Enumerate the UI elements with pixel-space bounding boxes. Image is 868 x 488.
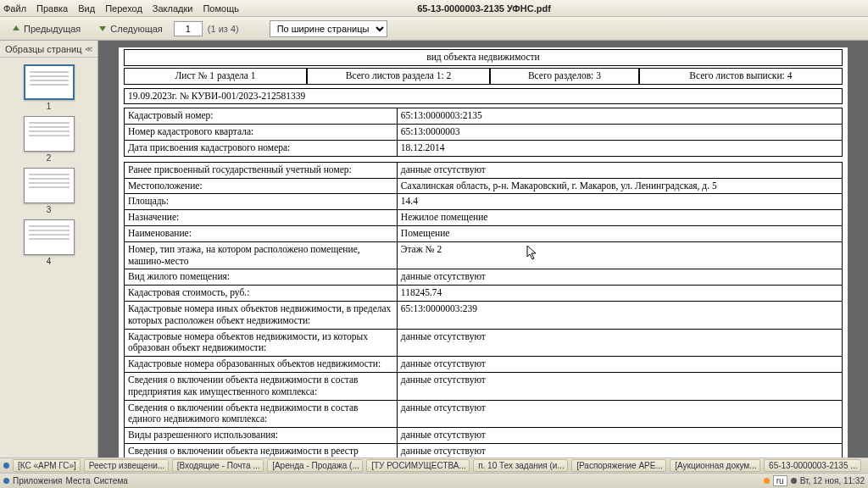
toolbar: Предыдущая Следующая (1 из 4) По ширине … [0,17,868,41]
clock[interactable]: Вт, 12 ноя, 11:32 [800,476,865,485]
taskbar-window-button[interactable]: [КС «АРМ ГС»] [13,459,81,472]
table-row: Кадастровые номера образованных объектов… [125,357,843,373]
taskbar-window-button[interactable]: 65-13-0000003-2135 ... [764,459,861,472]
start-orb-icon[interactable] [3,463,9,469]
table-row: Номер, тип этажа, на котором расположено… [125,241,843,269]
taskbar-window-button[interactable]: [ТУ РОСИМУЩЕСТВА... [366,459,470,472]
menu-file[interactable]: Файл [3,3,26,14]
taskbar-gnome: Приложения Места Система ru Вт, 12 ноя, … [0,473,868,488]
taskbar-window-button[interactable]: [Аукционная докум... [670,459,760,472]
taskbar-window-button[interactable]: п. 10 Тех задания (и... [473,459,568,472]
menu-places[interactable]: Места [66,476,91,485]
pdf-page: вид объекта недвижимости Лист № 1 раздел… [119,47,848,458]
thumbnail-page-1[interactable] [24,64,75,100]
thumbnail-page-4[interactable] [24,219,75,255]
document-reference: 19.09.2023г. № КУВИ-001/2023-212581339 [124,88,843,105]
thumbnail-page-2[interactable] [24,116,75,152]
page-count-label: (1 из 4) [208,24,239,34]
network-tray-icon[interactable] [791,478,797,484]
table-row: Кадастровые номера иных объектов недвижи… [125,301,843,329]
ok-tray-icon[interactable] [764,478,770,484]
table-row: Площадь:14.4 [125,194,843,210]
table-row: Кадастровая стоимость, руб.:118245.74 [125,286,843,302]
table-row: Дата присвоения кадастрового номера:18.1… [125,140,843,156]
arrow-down-icon [97,24,108,34]
taskbar-window-button[interactable]: [Входящие - Почта ... [172,459,264,472]
menu-bookmarks[interactable]: Закладки [153,3,193,14]
keyboard-layout-indicator[interactable]: ru [773,475,787,486]
zoom-select[interactable]: По ширине страницы [270,20,387,37]
table-row: Кадастровый номер:65:13:0000003:2135 [125,108,843,125]
sheet-header-row: Лист № 1 раздела 1 Всего листов раздела … [124,68,843,85]
prev-page-button[interactable]: Предыдущая [5,21,86,36]
document-viewport[interactable]: вид объекта недвижимости Лист № 1 раздел… [98,41,868,458]
menu-edit[interactable]: Правка [36,3,68,14]
menu-view[interactable]: Вид [78,3,95,14]
table-row: Местоположение:Сахалинская область, р-н.… [125,178,843,194]
next-page-button[interactable]: Следующая [92,21,169,36]
table-row: Назначение:Нежилое помещение [125,210,843,226]
table-row: Кадастровые номера объектов недвижимости… [125,329,843,357]
table-row: Сведения о включении объекта недвижимост… [125,400,843,428]
arrow-up-icon [11,24,21,34]
table-row: Ранее присвоенный государственный учетны… [125,162,843,178]
thumbnail-label: 4 [0,257,97,266]
window-title: 65-13-0000003-2135 УФНС.pdf [417,3,551,14]
property-details-table: Ранее присвоенный государственный учетны… [124,162,843,458]
menu-system[interactable]: Система [94,476,128,485]
table-row: Сведения о включении объекта недвижимост… [125,372,843,400]
table-row: Вид жилого помещения:данные отсутствуют [125,269,843,286]
menu-go[interactable]: Переход [105,3,142,14]
menu-applications[interactable]: Приложения [13,476,63,485]
taskbar-window-button[interactable]: [Аренда - Продажа (... [267,459,363,472]
taskbar-windows: [КС «АРМ ГС»]Реестр извещени...[Входящие… [0,458,868,473]
thumbnails-sidebar: Образцы страниц ≪ 1234 [0,41,98,458]
menu-help[interactable]: Помощь [203,3,239,14]
thumbnail-page-3[interactable] [24,168,75,203]
taskbar-window-button[interactable]: [Распоряжение АРЕ... [571,459,666,472]
object-type-header: вид объекта недвижимости [124,49,843,66]
thumbnail-label: 1 [0,102,97,111]
page-number-input[interactable] [174,21,203,36]
thumbnail-label: 2 [0,153,97,163]
thumbnail-label: 3 [0,205,97,214]
sidebar-collapse-icon[interactable]: ≪ [85,45,92,53]
table-row: Виды разрешенного использования:данные о… [125,428,843,444]
sidebar-title: Образцы страниц [5,44,82,54]
table-row: Сведения о включении объекта недвижимост… [125,443,843,458]
menubar: Файл Правка Вид Переход Закладки Помощь … [0,0,868,17]
table-row: Номер кадастрового квартала:65:13:000000… [125,125,843,141]
apps-icon[interactable] [3,478,9,484]
taskbar-window-button[interactable]: Реестр извещени... [84,459,169,472]
table-row: Наименование:Помещение [125,225,843,241]
cadastral-ids-table: Кадастровый номер:65:13:0000003:2135Номе… [124,108,843,156]
